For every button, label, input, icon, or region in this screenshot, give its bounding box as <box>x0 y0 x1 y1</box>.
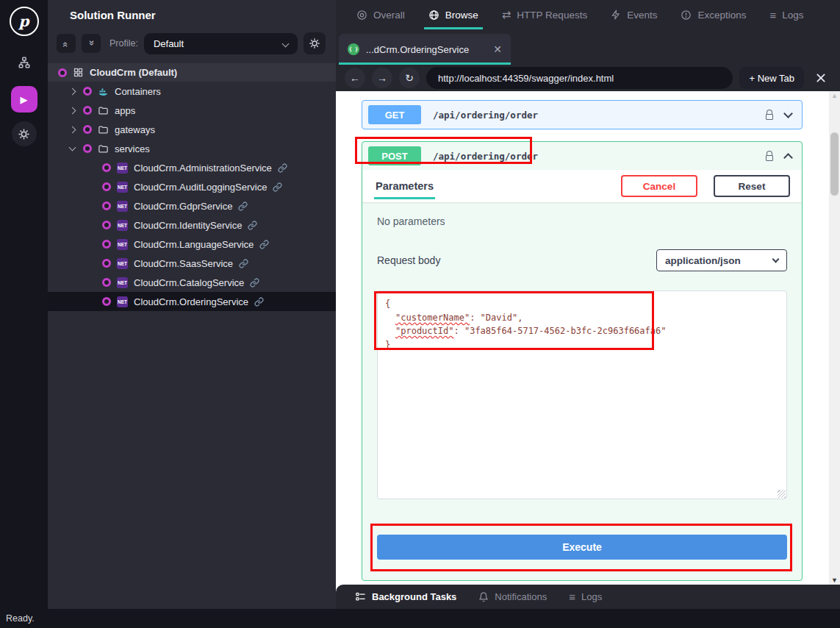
bottom-bar-label: Notifications <box>495 591 547 602</box>
scrollbar-thumb[interactable] <box>830 132 839 196</box>
http-requests-icon: ⇄ <box>502 8 511 21</box>
tree-node-apps[interactable]: apps <box>48 101 336 120</box>
bottom-bar: Background Tasks Notifications ≡ Logs <box>336 585 840 609</box>
background-tasks-icon <box>355 591 366 602</box>
project-status-icon <box>83 125 92 134</box>
json-line: { <box>385 297 779 311</box>
tab-label: HTTP Requests <box>517 10 587 21</box>
dotnet-icon: NET <box>117 239 128 250</box>
tree-node-containers[interactable]: Containers <box>48 82 336 101</box>
tree-node-services[interactable]: services <box>48 139 336 158</box>
vertical-scrollbar[interactable]: ▲ ▼ <box>829 91 840 585</box>
project-status-icon <box>102 201 111 210</box>
exceptions-alert-icon <box>681 10 692 21</box>
forward-button[interactable]: → <box>372 68 392 88</box>
folder-icon <box>98 143 109 154</box>
cancel-button[interactable]: Cancel <box>621 175 697 197</box>
notifications-button[interactable]: Notifications <box>478 591 547 602</box>
run-button[interactable]: ▶ <box>11 86 37 113</box>
chevron-down-icon <box>772 256 780 263</box>
app-logo-icon: p <box>10 7 39 36</box>
expand-chevron-icon[interactable] <box>783 109 793 118</box>
profile-toolbar: « « Profile: Default <box>48 29 336 57</box>
tab-label: Overall <box>373 10 405 21</box>
tree-node-label: Containers <box>115 86 161 97</box>
folder-icon <box>98 124 109 135</box>
link-icon[interactable] <box>278 163 287 173</box>
collapse-chevron-icon[interactable] <box>783 153 793 163</box>
tab-label: Exceptions <box>697 10 746 21</box>
dotnet-icon: NET <box>117 220 128 231</box>
tab-exceptions[interactable]: Exceptions <box>681 0 746 29</box>
tree-node-language-service[interactable]: NET CloudCrm.LanguageService <box>48 235 336 254</box>
profile-select[interactable]: Default <box>144 33 298 54</box>
link-icon[interactable] <box>248 221 257 230</box>
link-icon[interactable] <box>254 297 264 307</box>
opblock-post-order: POST /api/ordering/order Parameters Canc… <box>362 141 803 581</box>
execute-section: Execute <box>362 499 802 580</box>
tab-logs[interactable]: ≡ Logs <box>769 0 803 29</box>
bell-icon <box>478 592 489 602</box>
tab-browse[interactable]: Browse <box>428 0 478 29</box>
tree-node-administration-service[interactable]: NET CloudCrm.AdministrationService <box>48 158 336 177</box>
refresh-button[interactable]: ↻ <box>399 68 420 88</box>
tab-events[interactable]: Events <box>611 0 657 29</box>
tab-overall[interactable]: Overall <box>356 0 405 29</box>
chevron-down-icon <box>69 144 76 151</box>
tree-node-identity-service[interactable]: NET CloudCrm.IdentityService <box>48 215 336 235</box>
opblock-get-header[interactable]: GET /api/ordering/order <box>362 101 802 129</box>
solution-tree-icon[interactable] <box>11 49 37 76</box>
link-icon[interactable] <box>259 240 269 249</box>
logs-button[interactable]: ≡ Logs <box>569 590 602 603</box>
dotnet-icon: NET <box>117 277 128 288</box>
collapse-all-button[interactable]: « <box>57 34 76 53</box>
tab-http-requests[interactable]: ⇄ HTTP Requests <box>502 0 587 29</box>
link-icon[interactable] <box>238 201 248 211</box>
tree-node-ordering-service[interactable]: NET CloudCrm.OrderingService <box>48 292 336 311</box>
back-button[interactable]: ← <box>345 68 365 88</box>
scroll-down-arrow-icon[interactable]: ▼ <box>829 577 840 584</box>
background-tasks-button[interactable]: Background Tasks <box>355 591 456 602</box>
json-line: } <box>385 338 779 352</box>
auth-lock-icon[interactable] <box>766 155 773 161</box>
execute-button[interactable]: Execute <box>377 535 787 560</box>
settings-gear-icon[interactable] <box>12 121 37 146</box>
request-body-editor[interactable]: { "customerName": "David", "productId": … <box>377 290 787 499</box>
scroll-up-arrow-icon[interactable]: ▲ <box>829 92 840 99</box>
address-bar[interactable]: http://localhost:44359/swagger/index.htm… <box>426 67 733 89</box>
swagger-page: GET /api/ordering/order POST /api/orderi… <box>336 91 840 585</box>
parameters-title: Parameters <box>374 174 435 199</box>
profile-select-value: Default <box>154 38 184 49</box>
tree-node-label: CloudCrm.CatalogService <box>134 277 244 288</box>
tree-node-gdpr-service[interactable]: NET CloudCrm.GdprService <box>48 196 336 215</box>
link-icon[interactable] <box>239 259 248 268</box>
close-icon[interactable]: ✕ <box>493 43 502 55</box>
bottom-bar-label: Logs <box>581 591 602 602</box>
reset-button[interactable]: Reset <box>714 175 790 197</box>
project-status-icon <box>102 278 111 287</box>
expand-all-button[interactable]: « <box>82 34 101 53</box>
tree-node-label: CloudCrm.AuditLoggingService <box>134 182 267 193</box>
browser-tab-strip: ...dCrm.OrderingService ✕ <box>336 29 840 65</box>
tools-icon[interactable] <box>815 72 827 84</box>
content-type-select[interactable]: application/json <box>656 249 787 271</box>
new-tab-button[interactable]: + New Tab <box>739 67 804 89</box>
logs-lines-icon: ≡ <box>569 590 575 603</box>
browser-tab-orderingservice[interactable]: ...dCrm.OrderingService ✕ <box>339 34 511 65</box>
containers-icon <box>98 86 109 97</box>
tree-node-saas-service[interactable]: NET CloudCrm.SaasService <box>48 254 336 273</box>
solution-tree: CloudCrm (Default) Containers apps <box>48 63 336 311</box>
link-icon[interactable] <box>273 182 282 192</box>
auth-lock-icon[interactable] <box>766 114 773 120</box>
dotnet-icon: NET <box>117 201 128 212</box>
tree-node-gateways[interactable]: gateways <box>48 120 336 139</box>
tree-node-catalog-service[interactable]: NET CloudCrm.CatalogService <box>48 273 336 292</box>
profile-settings-button[interactable] <box>304 32 326 54</box>
link-icon[interactable] <box>250 278 259 288</box>
tree-node-auditlogging-service[interactable]: NET CloudCrm.AuditLoggingService <box>48 177 336 196</box>
events-lightning-icon <box>611 10 621 20</box>
tab-label: Events <box>627 10 657 21</box>
tree-node-solution-root[interactable]: CloudCrm (Default) <box>48 63 336 82</box>
opblock-post-header[interactable]: POST /api/ordering/order <box>362 142 802 170</box>
json-line: "productId": "3fa85f64-5717-4562-b3fc-2c… <box>385 324 779 338</box>
